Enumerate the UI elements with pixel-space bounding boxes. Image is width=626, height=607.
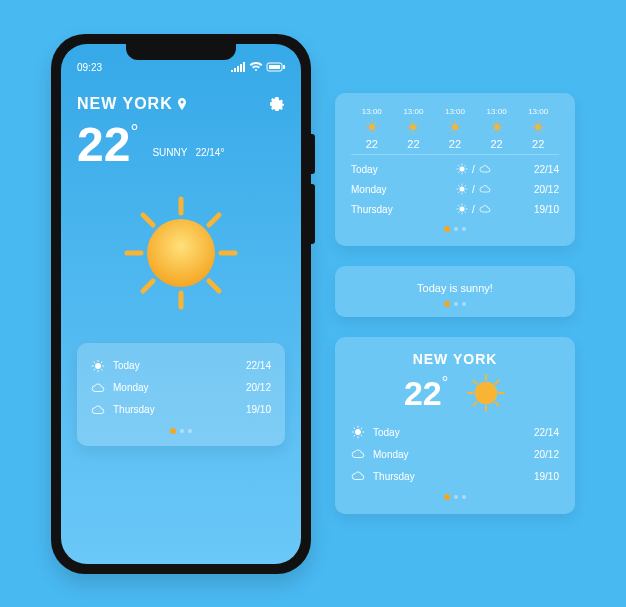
dot-1[interactable] [170, 428, 176, 434]
dot-3[interactable] [188, 429, 192, 433]
degree-symbol: ° [130, 121, 138, 143]
forecast-row[interactable]: Thursday 19/10 [91, 399, 271, 421]
forecast-row[interactable]: Thursday / 19/10 [351, 199, 559, 219]
hour-column[interactable]: 13:00 22 [476, 107, 518, 150]
day-label: Thursday [351, 204, 413, 215]
forecast-day: Today [113, 360, 140, 371]
forecast-row[interactable]: Monday / 20/12 [351, 179, 559, 199]
svg-line-44 [458, 130, 459, 131]
hero-weather-icon [77, 193, 285, 313]
dot-3[interactable] [462, 302, 466, 306]
day-hilo: 19/10 [534, 471, 559, 482]
sun-icon [406, 120, 420, 134]
svg-rect-2 [283, 65, 285, 69]
hour-temp: 22 [476, 138, 518, 150]
svg-line-10 [209, 215, 219, 225]
forecast-row[interactable]: Today 22/14 [91, 355, 271, 377]
hour-column[interactable]: 13:00 22 [434, 107, 476, 150]
svg-line-108 [354, 435, 355, 436]
svg-point-38 [410, 124, 416, 130]
sun-icon [466, 373, 506, 413]
hourly-widget[interactable]: 13:00 22 13:00 22 13:00 22 13:00 22 13:0… [335, 93, 575, 246]
sun-icon [91, 359, 105, 373]
cloud-icon [91, 381, 105, 395]
battery-icon [267, 62, 285, 72]
svg-line-37 [417, 123, 418, 124]
forecast-row[interactable]: Thursday 19/10 [351, 465, 559, 487]
hilo-text: 22/14° [195, 147, 224, 158]
svg-line-28 [375, 123, 376, 124]
location-row: NEW YORK [77, 95, 285, 113]
svg-line-9 [143, 281, 153, 291]
hour-column[interactable]: 13:00 22 [351, 107, 393, 150]
svg-line-53 [500, 130, 501, 131]
dot-2[interactable] [454, 227, 458, 231]
forecast-hilo: 20/12 [246, 382, 271, 393]
dot-3[interactable] [462, 495, 466, 499]
dot-2[interactable] [454, 495, 458, 499]
sun-icon [456, 203, 468, 215]
svg-line-35 [417, 130, 418, 131]
status-bar: 09:23 [77, 62, 285, 73]
hour-column[interactable]: 13:00 22 [393, 107, 435, 150]
forecast-row[interactable]: Monday 20/12 [351, 443, 559, 465]
phone-notch [126, 44, 236, 60]
location-pin-icon [177, 98, 187, 110]
sun-icon [490, 120, 504, 134]
gear-icon[interactable] [269, 96, 285, 112]
dot-2[interactable] [180, 429, 184, 433]
hour-time: 13:00 [517, 107, 559, 116]
svg-line-18 [94, 369, 95, 370]
svg-line-91 [465, 206, 466, 207]
temp-description: SUNNY 22/14° [152, 147, 224, 158]
forecast-row[interactable]: Monday 20/12 [91, 377, 271, 399]
svg-line-63 [534, 130, 535, 131]
dot-1[interactable] [444, 494, 450, 500]
current-temp: 22° [77, 121, 138, 169]
forecast-card[interactable]: Today 22/14 Monday 20/12 Thursday 19/10 [77, 343, 285, 446]
condition-text: SUNNY [152, 147, 187, 158]
svg-line-54 [492, 130, 493, 131]
svg-line-25 [368, 123, 369, 124]
widgets-column: 13:00 22 13:00 22 13:00 22 13:00 22 13:0… [335, 93, 575, 514]
forecast-row[interactable]: Today 22/14 [351, 421, 559, 443]
day-label: Today [351, 164, 413, 175]
dot-2[interactable] [454, 302, 458, 306]
day-hilo: 22/14 [534, 164, 559, 175]
dot-1[interactable] [444, 226, 450, 232]
phone-screen[interactable]: 09:23 NEW YORK 22° SUNNY 22/14° [61, 44, 301, 564]
page-dots[interactable] [351, 495, 559, 500]
svg-line-70 [459, 166, 460, 167]
city-label[interactable]: NEW YORK [77, 95, 187, 113]
hour-temp: 22 [351, 138, 393, 150]
phone-frame: 09:23 NEW YORK 22° SUNNY 22/14° [51, 34, 311, 574]
cloud-icon [479, 203, 491, 215]
widget-city-name: NEW YORK [351, 351, 559, 367]
day-hilo: 20/12 [534, 184, 559, 195]
banner-widget[interactable]: Today is sunny! [335, 266, 575, 317]
dot-1[interactable] [444, 301, 450, 307]
svg-point-47 [452, 124, 458, 130]
widget-temp-value: 22 [404, 374, 442, 412]
svg-line-61 [534, 123, 535, 124]
page-dots[interactable] [349, 302, 561, 307]
hour-column[interactable]: 13:00 22 [517, 107, 559, 150]
page-dots[interactable] [91, 429, 271, 434]
svg-line-64 [541, 123, 542, 124]
forecast-row[interactable]: Today / 22/14 [351, 159, 559, 179]
svg-line-71 [465, 172, 466, 173]
hour-temp: 22 [517, 138, 559, 150]
page-dots[interactable] [351, 227, 559, 232]
svg-point-101 [475, 382, 498, 405]
svg-point-74 [460, 167, 465, 172]
svg-line-98 [495, 402, 498, 405]
sun-icon [351, 425, 365, 439]
city-widget[interactable]: NEW YORK 22° Today 22/14 Monday 20/12 Th… [335, 337, 575, 514]
day-hilo: 20/12 [534, 449, 559, 460]
dot-3[interactable] [462, 227, 466, 231]
svg-rect-1 [269, 65, 280, 69]
svg-point-20 [95, 363, 101, 369]
hour-time: 13:00 [476, 107, 518, 116]
day-label: Thursday [373, 471, 415, 482]
svg-line-46 [458, 123, 459, 124]
